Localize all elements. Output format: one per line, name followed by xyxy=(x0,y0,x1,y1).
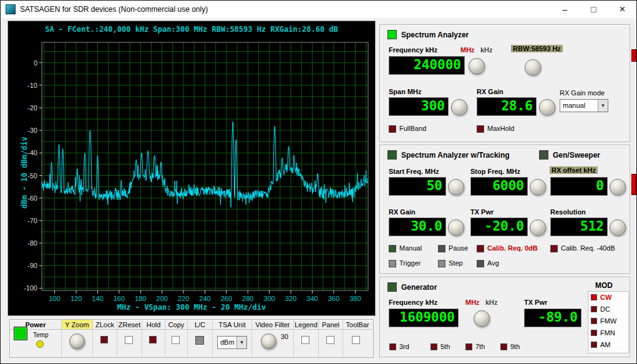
copy-label: Copy xyxy=(165,320,187,330)
maxhold-toggle[interactable] xyxy=(477,125,484,133)
toolbar-checkbox[interactable] xyxy=(352,336,360,344)
mod-option-am[interactable]: AM xyxy=(588,339,628,351)
trigger-toggle[interactable] xyxy=(389,260,396,267)
harmonic-5th-toggle[interactable] xyxy=(430,343,437,350)
y-axis-title: dBm - 10 dBm/div xyxy=(20,117,29,229)
zlock-toggle[interactable] xyxy=(100,336,108,343)
svg-text:360: 360 xyxy=(328,295,339,302)
rx-offset-knob[interactable] xyxy=(610,179,626,195)
span-knob[interactable] xyxy=(451,99,467,115)
rx-gain-display[interactable]: 28.6 xyxy=(477,97,537,116)
rbw-knob[interactable] xyxy=(525,59,541,75)
tracking-rx-gain-knob[interactable] xyxy=(448,219,464,236)
gen-sweeper-led[interactable] xyxy=(539,150,548,160)
stop-freq-knob[interactable] xyxy=(530,179,546,195)
generator-panel: Generator MOD Frequency kHz MHz kHz TX P… xyxy=(379,277,630,357)
copy-checkbox[interactable] xyxy=(172,336,180,344)
svg-text:220: 220 xyxy=(178,295,189,302)
span-label: Span MHz xyxy=(389,88,422,95)
zreset-checkbox[interactable] xyxy=(125,336,133,344)
mod-option-dc[interactable]: DC xyxy=(588,304,628,315)
tracking-rx-gain-display[interactable]: 30.0 xyxy=(389,218,446,236)
mod-option-fmw[interactable]: FMW xyxy=(588,315,628,327)
hold-section: Hold xyxy=(142,320,165,357)
harmonic-9th-label: 9th xyxy=(510,343,520,350)
video-filter-section: Video Filter 30 xyxy=(252,320,294,357)
legend-checkbox[interactable] xyxy=(301,336,309,344)
svg-text:260: 260 xyxy=(221,295,232,302)
panel-section: Panel xyxy=(319,320,343,357)
y-zoom-knob[interactable] xyxy=(69,333,85,349)
rx-offset-display[interactable]: 0 xyxy=(550,177,608,196)
mod-am-indicator xyxy=(591,342,597,348)
bottom-toolbar: Power Temp Y Zoom ZLock ZReset Hold Copy… xyxy=(9,319,374,358)
close-button[interactable]: × xyxy=(608,1,636,18)
lc-toggle[interactable] xyxy=(195,336,204,345)
resolution-knob[interactable] xyxy=(610,219,626,236)
khz-unit-toggle[interactable]: kHz xyxy=(480,46,493,54)
mhz-unit-toggle[interactable]: MHz xyxy=(460,46,475,54)
avg-toggle[interactable] xyxy=(477,260,484,267)
svg-text:280: 280 xyxy=(242,295,253,302)
generator-led[interactable] xyxy=(387,282,397,292)
gen-frequency-display[interactable]: 1609000 xyxy=(389,309,459,327)
gen-tx-pwr-display[interactable]: -89.0 xyxy=(524,309,581,327)
calib-0db-toggle[interactable] xyxy=(477,245,484,252)
tsa-unit-label: TSA Unit xyxy=(213,320,251,330)
window-title: SATSAGEN for SDR devices (Non-commercial… xyxy=(20,5,208,14)
rx-gain-knob[interactable] xyxy=(539,99,555,115)
frequency-knob[interactable] xyxy=(469,58,485,74)
tsa-unit-select[interactable]: dBm ▼ xyxy=(217,336,247,349)
spectrum-display: SA - FCent.:240,000 kHz Span:300 MHz RBW… xyxy=(8,21,375,315)
gen-mhz-unit-toggle[interactable]: MHz xyxy=(465,299,480,306)
frequency-display[interactable]: 240000 xyxy=(389,56,465,75)
harmonic-7th-toggle[interactable] xyxy=(465,343,472,350)
svg-text:380: 380 xyxy=(349,295,361,302)
rx-gain-mode-select[interactable]: manual ▼ xyxy=(560,99,608,112)
power-button[interactable] xyxy=(14,327,27,340)
start-freq-knob[interactable] xyxy=(448,179,464,195)
calib-40db-toggle[interactable] xyxy=(550,245,558,252)
svg-text:300: 300 xyxy=(264,295,275,302)
svg-text:180: 180 xyxy=(135,295,146,302)
svg-text:320: 320 xyxy=(285,295,296,302)
mod-option-cw[interactable]: CW xyxy=(588,292,628,304)
manual-toggle[interactable] xyxy=(389,245,396,252)
app-icon xyxy=(6,4,16,14)
video-filter-knob[interactable] xyxy=(261,333,276,349)
start-freq-display[interactable]: 50 xyxy=(389,177,446,196)
toolbar-toggle-section: ToolBar xyxy=(343,320,372,357)
svg-text:-100: -100 xyxy=(24,284,37,292)
mod-option-fmn[interactable]: FMN xyxy=(588,327,628,339)
stop-freq-display[interactable]: 6000 xyxy=(470,177,528,196)
hold-toggle[interactable] xyxy=(149,336,157,343)
spectrum-analyzer-led[interactable] xyxy=(387,30,397,39)
legend-label: Legend xyxy=(294,320,318,330)
tracking-tx-pwr-display[interactable]: -20.0 xyxy=(470,218,528,236)
harmonic-9th-toggle[interactable] xyxy=(500,343,507,350)
tracking-led[interactable] xyxy=(387,150,397,160)
maxhold-label: MaxHold xyxy=(487,125,514,132)
gen-frequency-knob[interactable] xyxy=(474,310,490,327)
minimize-button[interactable]: – xyxy=(551,1,579,18)
pause-label: Pause xyxy=(449,244,468,252)
gen-tx-pwr-label: TX Pwr xyxy=(524,299,547,306)
panel-checkbox[interactable] xyxy=(326,336,334,344)
title-bar[interactable]: SATSAGEN for SDR devices (Non-commercial… xyxy=(1,1,636,18)
pause-toggle[interactable] xyxy=(438,245,445,252)
step-toggle[interactable] xyxy=(438,260,445,267)
resolution-display[interactable]: 512 xyxy=(550,218,608,236)
mod-fmw-indicator xyxy=(591,318,597,324)
mod-fmn-indicator xyxy=(591,330,597,336)
video-filter-value: 30 xyxy=(281,333,288,340)
harmonic-3rd-toggle[interactable] xyxy=(389,343,396,350)
svg-text:-50: -50 xyxy=(27,172,37,180)
fullband-toggle[interactable] xyxy=(389,125,396,133)
start-freq-label: Start Freq. MHz xyxy=(389,168,439,175)
maximize-button[interactable]: □ xyxy=(580,1,608,18)
mod-fmn-label: FMN xyxy=(600,329,615,337)
gen-khz-unit-toggle[interactable]: kHz xyxy=(485,299,498,306)
zreset-section: ZReset xyxy=(117,320,142,357)
span-display[interactable]: 300 xyxy=(389,97,449,116)
tracking-tx-pwr-knob[interactable] xyxy=(530,219,546,236)
